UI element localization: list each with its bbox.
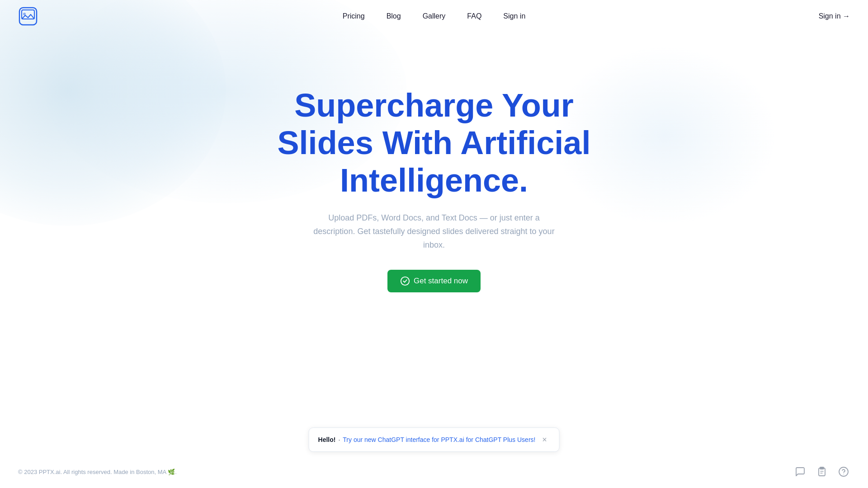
notification-text: Hello! · Try our new ChatGPT interface f… — [318, 436, 536, 443]
footer-copyright: © 2023 PPTX.ai. All rights reserved. Mad… — [18, 469, 177, 475]
get-started-button[interactable]: Get started now — [387, 270, 481, 292]
footer: © 2023 PPTX.ai. All rights reserved. Mad… — [0, 455, 868, 488]
navbar: Pricing Blog Gallery FAQ Sign in Sign in… — [0, 0, 868, 33]
signin-right[interactable]: Sign in → — [819, 12, 850, 20]
nav-link-pricing[interactable]: Pricing — [343, 12, 365, 20]
svg-point-8 — [839, 467, 848, 476]
help-icon[interactable] — [837, 465, 850, 478]
notification-separator: · — [338, 436, 340, 443]
hero-section: Supercharge Your Slides With Artificial … — [0, 33, 868, 292]
clipboard-icon[interactable] — [816, 465, 828, 478]
svg-point-3 — [401, 277, 409, 285]
nav-link-faq[interactable]: FAQ — [467, 12, 481, 20]
svg-point-9 — [843, 474, 844, 474]
cta-label: Get started now — [414, 277, 468, 286]
notification-link[interactable]: Try our new ChatGPT interface for PPTX.a… — [343, 436, 535, 443]
notification-banner: Hello! · Try our new ChatGPT interface f… — [309, 427, 560, 452]
nav-link-blog[interactable]: Blog — [387, 12, 401, 20]
nav-links: Pricing Blog Gallery FAQ Sign in — [343, 12, 526, 20]
hero-subtitle: Upload PDFs, Word Docs, and Text Docs — … — [307, 211, 561, 252]
nav-link-signin[interactable]: Sign in — [503, 12, 525, 20]
logo[interactable] — [18, 6, 38, 26]
check-circle-icon — [400, 276, 410, 286]
logo-icon — [18, 6, 38, 26]
hero-title: Supercharge Your Slides With Artificial … — [253, 87, 615, 199]
nav-link-gallery[interactable]: Gallery — [423, 12, 446, 20]
footer-icons — [794, 465, 850, 478]
chat-icon[interactable] — [794, 465, 807, 478]
notification-close-button[interactable]: × — [539, 434, 550, 445]
notification-hello: Hello! — [318, 436, 336, 443]
